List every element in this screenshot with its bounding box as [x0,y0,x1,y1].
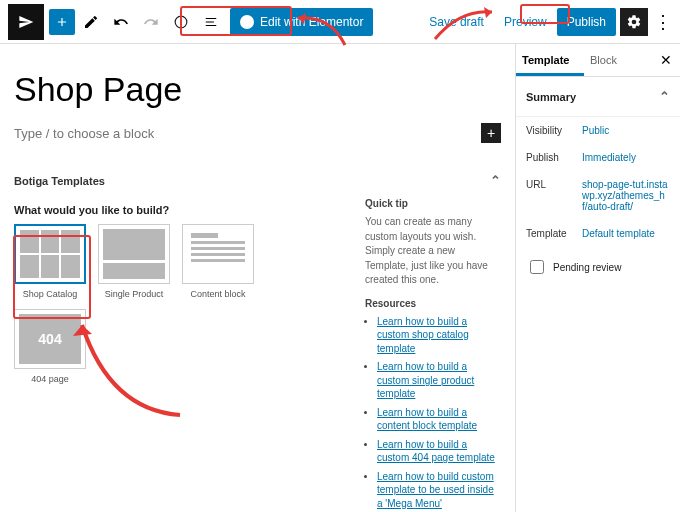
template-label: Shop Catalog [23,289,78,299]
chevron-up-icon[interactable]: ⌃ [659,89,670,104]
resource-link[interactable]: Learn how to build a custom 404 page tem… [377,439,495,464]
row-visibility[interactable]: Visibility Public [516,117,680,144]
template-shop-catalog[interactable]: Shop Catalog [14,224,86,299]
row-value: shop-page-tut.instawp.xyz/athemes_hf/aut… [582,179,670,212]
row-value: Public [582,125,670,136]
publish-button[interactable]: Publish [557,8,616,36]
undo-button[interactable] [107,8,135,36]
app-logo[interactable] [8,4,44,40]
close-sidebar-button[interactable]: ✕ [652,51,680,69]
build-question: What would you like to build? [14,204,351,216]
resource-link[interactable]: Learn how to build a custom shop catalog… [377,316,469,354]
redo-icon [143,14,159,30]
row-template[interactable]: Template Default template [516,220,680,247]
list-icon [204,15,218,29]
row-key: Visibility [526,125,582,136]
row-key: URL [526,179,582,190]
template-label: Single Product [105,289,164,299]
row-url[interactable]: URL shop-page-tut.instawp.xyz/athemes_hf… [516,171,680,220]
outline-button[interactable] [197,8,225,36]
row-value: Default template [582,228,670,239]
template-label: 404 page [31,374,69,384]
block-prompt-text: Type / to choose a block [14,126,154,141]
row-key: Template [526,228,582,239]
tab-block[interactable]: Block [584,44,652,76]
resource-link[interactable]: Learn how to build a custom single produ… [377,361,474,399]
preview-button[interactable]: Preview [494,8,557,36]
pending-review-checkbox[interactable]: Pending review [516,247,680,287]
more-options-button[interactable]: ⋮ [648,8,672,36]
row-value: Immediately [582,152,670,163]
info-button[interactable] [167,8,195,36]
tab-template[interactable]: Template [516,44,584,76]
quick-tip-heading: Quick tip [365,198,497,209]
template-single-product[interactable]: Single Product [98,224,170,299]
add-block-button[interactable] [49,9,75,35]
template-content-block[interactable]: Content block [182,224,254,299]
row-publish[interactable]: Publish Immediately [516,144,680,171]
resource-link[interactable]: Learn how to build a content block templ… [377,407,477,432]
editor-canvas: Type / to choose a block + Botiga Templa… [0,44,515,512]
info-icon [174,15,188,29]
undo-icon [113,14,129,30]
elementor-icon [240,15,254,29]
post-title-input[interactable] [14,62,501,117]
pending-review-label: Pending review [553,262,621,273]
pending-review-input[interactable] [530,260,544,274]
templates-heading: Botiga Templates [14,175,105,187]
insert-block-button[interactable]: + [481,123,501,143]
redo-button[interactable] [137,8,165,36]
editor-toolbar: Edit with Elementor Save draft Preview P… [0,0,680,44]
edit-with-elementor-button[interactable]: Edit with Elementor [230,8,373,36]
thumb-404-text: 404 [19,314,81,364]
chevron-up-icon[interactable]: ⌃ [490,173,501,188]
template-label: Content block [190,289,245,299]
resources-list: Learn how to build a custom shop catalog… [365,315,497,513]
pencil-icon [83,14,99,30]
row-key: Publish [526,152,582,163]
settings-sidebar: Template Block ✕ Summary ⌃ Visibility Pu… [515,44,680,512]
summary-heading: Summary [526,91,576,103]
send-icon [18,14,34,30]
edit-button[interactable] [77,8,105,36]
resources-heading: Resources [365,298,497,309]
save-draft-button[interactable]: Save draft [419,8,494,36]
gear-icon [626,14,642,30]
settings-button[interactable] [620,8,648,36]
elementor-label: Edit with Elementor [260,15,363,29]
quick-tip-body: You can create as many custom layouts yo… [365,215,497,288]
plus-icon [55,14,69,30]
template-404-page[interactable]: 404 404 page [14,309,86,384]
tips-panel: Quick tip You can create as many custom … [361,194,501,512]
resource-link[interactable]: Learn how to build custom template to be… [377,471,494,509]
